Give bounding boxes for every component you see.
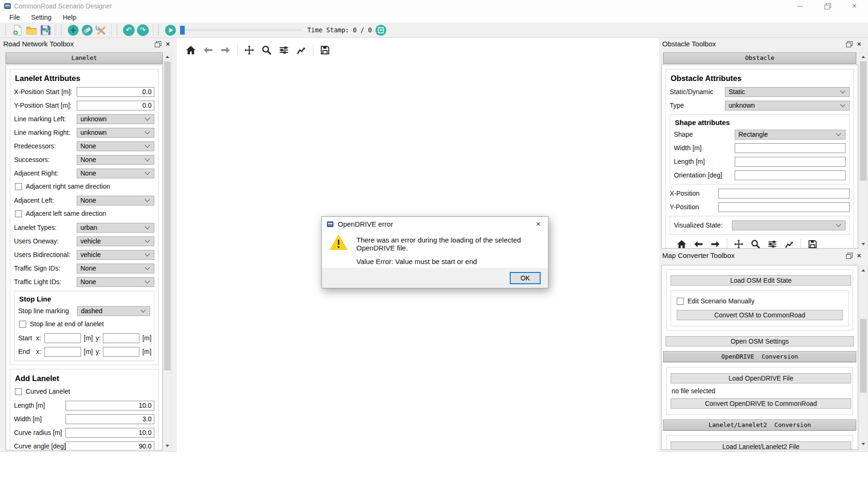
adjacent-left-select[interactable]: None [77,196,154,206]
scrollbar-thumb[interactable] [860,61,867,181]
obstacle-toolbox-scrollbar[interactable] [859,52,868,249]
convert-opendrive-to-commonroad-button[interactable]: Convert OpenDRIVE to CommonRoad [671,398,851,409]
scroll-up-button[interactable] [164,53,171,61]
save-scenario-button[interactable] [38,23,52,37]
stop-line-at-end-checkbox[interactable]: Stop line at end of lanelet [19,319,150,329]
obstacle-nav-forward-button[interactable] [710,239,721,249]
predecessors-select[interactable]: None [77,141,154,151]
time-slider-handle[interactable] [180,26,185,35]
lanelet-section-header[interactable]: Lanelet [6,52,163,64]
ok-button[interactable]: OK [510,272,541,284]
tools-button[interactable] [94,23,108,37]
scrollbar-thumb[interactable] [860,319,867,393]
obstacle-nav-customize-button[interactable] [784,239,795,249]
lanelet-conversion-header[interactable]: Lanelet/Lanelet2 Conversion [663,419,856,431]
float-panel-button[interactable] [152,40,163,48]
obstacle-x-position-input[interactable] [718,189,850,198]
dialog-close-button[interactable]: × [533,220,543,228]
traffic-light-ids-select[interactable]: None [77,277,154,287]
nav-back-button[interactable] [203,44,214,56]
nav-home-button[interactable] [185,44,196,56]
nav-subplots-button[interactable] [278,44,289,56]
map-converter-scrollbar[interactable] [859,266,868,448]
add-lanelet-length-input[interactable] [65,401,154,411]
eraser-tool-button[interactable] [80,23,94,37]
obstacle-nav-back-button[interactable] [693,239,704,249]
time-slider[interactable] [180,26,302,35]
scroll-down-button[interactable] [860,240,867,248]
obstacle-type-select[interactable]: unknown [725,101,850,110]
stop-line-start-x-input[interactable] [44,333,81,343]
edit-scenario-manually-checkbox[interactable]: Edit Scenario Manually [677,296,844,306]
load-lanelet-file-button[interactable]: Load Lanelet/Lanelet2 File [671,441,851,450]
scroll-up-button[interactable] [860,266,867,274]
curved-lanelet-checkbox[interactable]: Curved Lanelet [15,387,154,396]
redo-button[interactable]: ↷ [136,23,150,37]
traffic-sign-ids-select[interactable]: None [77,264,154,273]
add-lanelet-width-input[interactable] [65,414,154,424]
record-timeline-button[interactable] [374,23,388,37]
line-marking-right-select[interactable]: unknown [77,128,154,138]
nav-save-button[interactable] [319,44,331,56]
menu-file[interactable]: File [5,13,25,22]
toolbar-drag-handle[interactable] [158,25,160,35]
obstacle-orientation-input[interactable] [735,170,846,180]
obstacle-width-input[interactable] [735,143,846,153]
visualized-state-select[interactable] [732,220,846,230]
open-scenario-button[interactable] [24,23,38,37]
new-scenario-button[interactable] [10,23,24,37]
float-panel-button[interactable] [844,251,854,260]
open-osm-settings-button[interactable]: Open OSM Settings [665,336,854,346]
crosshair-tool-button[interactable] [66,23,80,37]
dialog-title-bar[interactable]: OpenDRIVE error × [322,217,548,231]
undo-button[interactable]: ↶ [122,23,136,37]
minimize-button[interactable] [787,0,814,12]
scroll-up-button[interactable] [860,53,867,61]
float-panel-button[interactable] [844,40,854,48]
obstacle-nav-subplots-button[interactable] [767,239,778,249]
add-lanelet-curve-radius-input[interactable] [65,428,154,438]
adjacent-left-same-direction-checkbox[interactable]: Adjacent left same direction [15,209,154,218]
menu-setting[interactable]: Setting [27,13,57,22]
toolbar-drag-handle[interactable] [116,25,118,35]
nav-customize-button[interactable] [296,44,307,56]
add-lanelet-curve-angle-input[interactable] [65,441,154,451]
toolbar-drag-handle[interactable] [5,25,7,35]
obstacle-section-header[interactable]: Obstacle [663,52,856,64]
line-marking-left-select[interactable]: unknown [77,114,154,124]
lanelet-types-select[interactable]: urban [77,223,154,233]
load-osm-edit-state-button[interactable]: Load OSM Edit State [671,275,851,286]
x-position-start-input[interactable] [77,87,154,97]
scrollbar-thumb[interactable] [164,61,171,370]
shape-select[interactable]: Rectangle [735,130,846,140]
obstacle-nav-zoom-button[interactable] [750,239,761,249]
scroll-down-button[interactable] [860,440,867,448]
successors-select[interactable]: None [77,155,154,165]
toolbar-drag-handle[interactable] [61,25,63,35]
close-panel-button[interactable]: × [163,40,173,48]
y-position-start-input[interactable] [77,101,154,110]
close-panel-button[interactable]: × [854,40,864,48]
obstacle-nav-pan-button[interactable] [733,239,744,249]
stop-line-end-x-input[interactable] [44,347,81,357]
play-button[interactable] [163,23,177,37]
nav-forward-button[interactable] [220,44,231,56]
users-bidirectional-select[interactable]: vehicle [77,250,154,260]
convert-osm-to-commonroad-button[interactable]: Convert OSM to CommonRoad [677,310,843,320]
load-opendrive-file-button[interactable]: Load OpenDRIVE File [671,373,851,383]
obstacle-nav-home-button[interactable] [676,239,687,249]
opendrive-conversion-header[interactable]: OpenDRIVE Conversion [663,351,856,362]
stop-line-start-y-input[interactable] [103,333,139,343]
adjacent-right-select[interactable]: None [77,169,154,178]
adjacent-right-same-direction-checkbox[interactable]: Adjacent right same direction [15,182,154,191]
road-toolbox-scrollbar[interactable] [163,52,172,450]
nav-pan-button[interactable] [244,44,255,56]
close-button[interactable]: × [841,0,868,12]
obstacle-length-input[interactable] [735,157,846,167]
static-dynamic-select[interactable]: Static [725,87,850,97]
nav-zoom-button[interactable] [261,44,272,56]
scroll-down-button[interactable] [164,442,171,450]
close-panel-button[interactable]: × [854,251,864,260]
obstacle-nav-save-button[interactable] [807,239,818,249]
users-oneway-select[interactable]: vehicle [77,236,154,246]
